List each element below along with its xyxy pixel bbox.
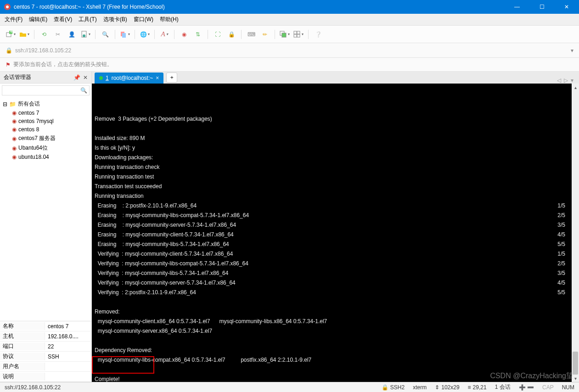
xftp-icon[interactable]: ◉ [178, 28, 190, 40]
session-label: centos 7mysql [18, 118, 54, 124]
session-label: ubuntu18.04 [18, 154, 49, 160]
terminal-line: Running transaction test [95, 172, 576, 182]
address-bar[interactable]: 🔒 ssh://192.168.0.105:22 ▾ [0, 43, 579, 58]
properties-icon[interactable]: ▾ [79, 28, 91, 40]
terminal-line: mysql-community-client.x86_64 0:5.7.34-1… [95, 317, 576, 326]
terminal-scrollbar[interactable]: ▴ ▾ [572, 84, 579, 382]
terminal-line: Complete! [95, 375, 576, 382]
session-label: centos 8 [18, 126, 39, 133]
prop-value: centos 7 [45, 323, 91, 330]
tab-next-icon[interactable]: ▷ [564, 77, 568, 84]
help-icon[interactable]: ❔ [312, 28, 324, 40]
session-icon: ◉ [12, 154, 17, 160]
prop-row: 端口22 [0, 342, 91, 352]
prop-key: 主机 [0, 332, 45, 340]
menu-file[interactable]: 文件(F) [5, 16, 22, 23]
session-tree[interactable]: ⊟ 📁 所有会话 ◉centos 7◉centos 7mysql◉centos … [0, 97, 91, 321]
session-icon: ◉ [12, 135, 17, 142]
svg-point-6 [83, 34, 85, 37]
search-icon[interactable]: 🔍 [99, 28, 111, 40]
tab-menu-icon[interactable]: ▾ [571, 77, 573, 84]
scroll-thumb[interactable] [573, 352, 578, 375]
keyboard-icon[interactable]: ⌨ [245, 28, 257, 40]
session-item[interactable]: ◉ubuntu18.04 [12, 153, 89, 161]
terminal-line: Erasing : mysql-community-libs-5.7.34-1.… [95, 240, 576, 249]
hint-text: 要添加当前会话，点击左侧的箭头按钮。 [13, 61, 112, 68]
prop-key: 端口 [0, 342, 45, 350]
status-url: ssh://192.168.0.105:22 [5, 384, 61, 391]
maximize-button[interactable]: ☐ [535, 4, 549, 10]
tab-close-icon[interactable]: × [156, 75, 159, 81]
tab-prev-icon[interactable]: ◁ [557, 77, 561, 84]
menu-window[interactable]: 窗口(W) [134, 16, 153, 23]
status-sessions: 1 会话 [495, 383, 511, 391]
address-url: ssh://192.168.0.105:22 [15, 47, 571, 54]
prop-row: 说明 [0, 372, 91, 382]
close-button[interactable]: ✕ [560, 4, 573, 10]
highlight-icon[interactable]: ✏ [259, 28, 271, 40]
new-tab-button[interactable]: + [166, 73, 177, 83]
window-title: centos 7 - root@localhost:~ - Xshell 7 (… [14, 4, 510, 10]
tab-active[interactable]: 1 root@localhost:~ × [95, 73, 163, 84]
address-dropdown-icon[interactable]: ▾ [571, 47, 573, 54]
terminal-line: Verifying : mysql-community-libs-compat-… [95, 259, 576, 269]
terminal[interactable]: ▴ ▾ Remove 3 Packages (+2 Dependent pack… [92, 84, 579, 382]
lock-icon[interactable]: 🔒 [225, 28, 237, 40]
font-icon[interactable]: A▾ [158, 28, 170, 40]
scroll-down-icon[interactable]: ▾ [572, 375, 579, 382]
fullscreen-icon[interactable]: ⛶ [212, 28, 224, 40]
disconnect-icon[interactable]: ✂ [52, 28, 64, 40]
menu-tools[interactable]: 工具(T) [79, 16, 96, 23]
session-tree-root[interactable]: ⊟ 📁 所有会话 [3, 99, 89, 109]
session-item[interactable]: ◉centos 8 [12, 125, 89, 134]
terminal-line: Erasing : mysql-community-client-5.7.34-… [95, 230, 576, 240]
transfer-icon[interactable]: ⇅ [192, 28, 204, 40]
globe-icon[interactable]: 🌐▾ [139, 28, 151, 40]
open-session-icon[interactable]: ▾ [18, 28, 30, 40]
lock-small-icon: 🔒 [6, 47, 12, 54]
tree-toggle-icon[interactable]: ⊟ [3, 101, 7, 107]
terminal-line [95, 336, 576, 346]
scroll-up-icon[interactable]: ▴ [572, 84, 579, 91]
panel-close-icon[interactable]: ✕ [83, 74, 88, 81]
menu-view[interactable]: 查看(V) [54, 16, 72, 23]
menu-edit[interactable]: 编辑(E) [29, 16, 47, 23]
session-icon: ◉ [12, 118, 17, 124]
folder-icon: 📁 [9, 101, 16, 107]
prop-key: 说明 [0, 373, 45, 381]
session-manager-panel: 会话管理器 📌 ✕ 🔍 ⊟ 📁 所有会话 ◉centos 7◉centos 7m… [0, 72, 92, 382]
prop-value: 192.168.0.... [45, 333, 91, 340]
status-size: 102x29 [441, 384, 459, 391]
window-titlebar: centos 7 - root@localhost:~ - Xshell 7 (… [0, 0, 579, 14]
copy-icon[interactable]: ▾ [119, 28, 131, 40]
tab-label: root@localhost:~ [112, 75, 153, 81]
cascade-icon[interactable]: ▾ [279, 28, 291, 40]
session-item[interactable]: ◉Ubantu64位 [12, 143, 89, 153]
session-label: Ubantu64位 [18, 144, 48, 152]
session-item[interactable]: ◉centos 7 [12, 109, 89, 117]
session-label: centos7 服务器 [18, 134, 56, 142]
session-manager-header: 会话管理器 📌 ✕ [0, 72, 91, 84]
minimize-button[interactable]: ― [510, 4, 524, 10]
session-item[interactable]: ◉centos7 服务器 [12, 134, 89, 143]
terminal-line: Dependency Removed: [95, 346, 576, 355]
menu-help[interactable]: 帮助(H) [160, 16, 179, 23]
tab-bar: 1 root@localhost:~ × + ◁ ▷ ▾ [92, 72, 579, 84]
status-cap: CAP [542, 384, 554, 391]
terminal-line [95, 297, 576, 307]
status-pos: 29,21 [473, 384, 487, 391]
menu-tabs[interactable]: 选项卡(B) [103, 16, 127, 23]
tile-icon[interactable]: ▾ [292, 28, 304, 40]
session-search-input[interactable]: 🔍 [2, 85, 90, 95]
terminal-line: Verifying : mysql-community-libs-5.7.34-… [95, 269, 576, 278]
connected-dot-icon [99, 76, 103, 80]
profile-icon[interactable]: 👤 [66, 28, 78, 40]
terminal-line: Remove 3 Packages (+2 Dependent packages… [95, 114, 576, 124]
hint-bar: ⚑ 要添加当前会话，点击左侧的箭头按钮。 [0, 58, 579, 72]
terminal-line: Verifying : 2:postfix-2.10.1-9.el7.x86_6… [95, 288, 576, 297]
new-session-icon[interactable]: +▾ [5, 28, 17, 40]
session-item[interactable]: ◉centos 7mysql [12, 117, 89, 125]
magnifier-icon: 🔍 [80, 87, 87, 94]
pin-icon[interactable]: 📌 [73, 74, 80, 81]
reconnect-icon[interactable]: ⟲ [38, 28, 50, 40]
